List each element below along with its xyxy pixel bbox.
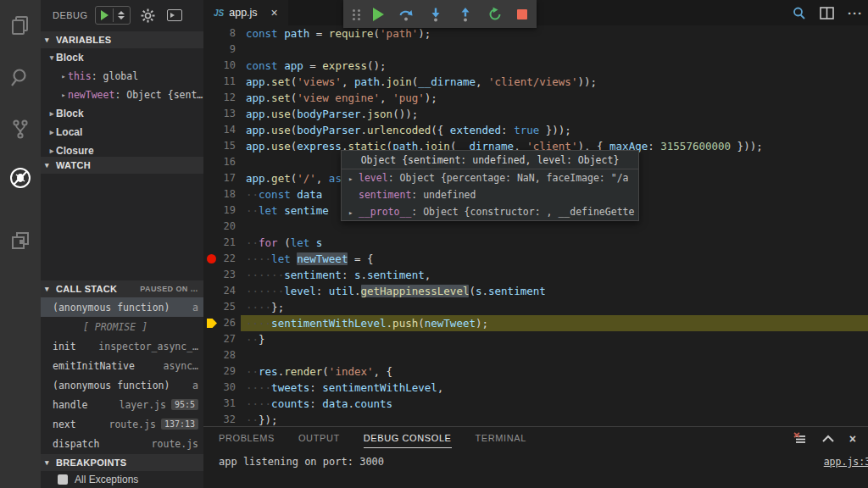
panel-actions: × [793, 432, 856, 446]
code-line-30: 30····tweets: sentimentWithLevel, [203, 380, 868, 396]
code-line-27: 27··} [203, 331, 868, 347]
line-text: ··} [246, 331, 265, 347]
call-stack-frame[interactable]: (anonymous function)a [41, 375, 203, 395]
debug-console-icon[interactable] [167, 9, 182, 21]
frame-source: route.js [108, 419, 155, 430]
call-stack-section-header[interactable]: ▾ CALL STACK PAUSED ON … [41, 280, 203, 297]
files-icon[interactable] [0, 8, 41, 42]
frame-name: next [53, 419, 76, 430]
frame-source: layer.js [120, 399, 166, 411]
twistie-icon: ▾ [45, 36, 49, 44]
frame-source: a [192, 302, 198, 313]
frame-source: route.js [152, 438, 198, 450]
config-dropdown-icon[interactable] [118, 11, 125, 19]
clear-console-icon[interactable] [793, 432, 807, 446]
activity-bar [0, 0, 41, 488]
code-line-22: 22····let newTweet = { [203, 251, 868, 267]
code-line-31: 31····counts: data.counts [203, 396, 868, 412]
panel-tab-problems[interactable]: PROBLEMS [219, 433, 275, 448]
extensions-icon[interactable] [0, 224, 41, 258]
code-line-28: 28 [203, 347, 868, 363]
frame-name: emitInitNative [53, 360, 135, 372]
code-line-32: 32··}); [203, 412, 868, 426]
start-debug-icon[interactable] [101, 10, 108, 20]
line-text: ······level: util.getHappinessLevel(s.se… [246, 283, 546, 299]
variable-row[interactable]: ▾Block [41, 48, 203, 67]
variables-section-header[interactable]: ▾ VARIABLES [41, 31, 203, 48]
step-into-button[interactable] [428, 7, 443, 22]
line-number: 14 [203, 122, 236, 138]
line-text: app.use(bodyParser.urlencoded({ extended… [246, 122, 571, 138]
call-stack-frame[interactable]: (anonymous function)a [41, 297, 203, 317]
step-over-button[interactable] [398, 7, 414, 22]
call-stack-frame[interactable]: handlelayer.js95:5 [41, 395, 203, 414]
line-column-badge: 95:5 [171, 399, 198, 410]
line-text: ····sentimentWithLevel.push(newTweet); [246, 315, 488, 331]
step-out-button[interactable] [458, 7, 473, 22]
code-line-14: 14app.use(bodyParser.urlencoded({ extend… [203, 122, 868, 138]
breakpoint-icon[interactable] [207, 254, 216, 263]
call-stack-frame[interactable]: emitInitNativeasync… [41, 356, 203, 375]
line-number: 27 [203, 331, 236, 347]
code-line-29: 29··res.render('index', { [203, 363, 868, 380]
close-panel-icon[interactable]: × [849, 432, 856, 446]
twistie-icon: ▸ [348, 204, 359, 220]
frame-name: (anonymous function) [53, 380, 170, 391]
call-stack-frame[interactable]: nextroute.js137:13 [41, 414, 203, 434]
twistie-icon: ▸ [47, 147, 56, 155]
line-number: 31 [203, 396, 236, 412]
line-text: const app = express(); [246, 58, 387, 74]
watch-section-header[interactable]: ▾ WATCH [41, 157, 203, 174]
line-text: app.set('view engine', 'pug'); [246, 90, 437, 106]
breakpoint-all-exceptions[interactable]: All Exceptions [41, 471, 203, 488]
source-control-icon[interactable] [0, 112, 41, 146]
line-number: 15 [203, 138, 236, 154]
variable-row[interactable]: ▸Block [41, 104, 203, 123]
line-text: ····counts: data.counts [246, 396, 392, 412]
property-value: : Object {constructor: , __defineGette [411, 206, 634, 218]
panel-tab-debug-console[interactable]: DEBUG CONSOLE [364, 433, 452, 448]
gear-icon[interactable] [141, 8, 155, 23]
line-number: 11 [203, 74, 236, 90]
debug-console-output: app listening on port: 3000 [219, 456, 384, 468]
close-icon[interactable]: × [271, 6, 278, 19]
more-actions-icon[interactable]: ··· [848, 6, 863, 20]
line-text: app.use(bodyParser.json()); [246, 106, 418, 122]
restart-button[interactable] [487, 7, 503, 22]
checkbox[interactable] [58, 474, 68, 485]
find-icon[interactable] [792, 6, 806, 20]
call-stack-frame[interactable]: dispatchroute.js [41, 434, 203, 453]
line-text: ······sentiment: s.sentiment, [246, 267, 431, 283]
tab-appjs[interactable]: JS app.js × [203, 0, 288, 25]
continue-button[interactable] [372, 7, 383, 22]
variable-row[interactable]: ▸Closure [41, 141, 203, 157]
debug-icon[interactable] [0, 161, 41, 195]
scope-label: Block [56, 108, 84, 119]
panel-tab-output[interactable]: OUTPUT [298, 433, 340, 448]
property-name: sentiment [359, 189, 411, 201]
search-icon[interactable] [0, 61, 41, 95]
line-number: 24 [203, 283, 236, 299]
panel-tab-terminal[interactable]: TERMINAL [476, 433, 526, 448]
stop-button[interactable] [517, 7, 528, 22]
drag-handle[interactable] [352, 8, 358, 20]
source-link[interactable]: app.js:37 [824, 456, 868, 468]
scope-label: Block [56, 52, 84, 64]
call-stack-frame[interactable]: [ PROMISE ] [41, 317, 203, 336]
line-number: 21 [203, 235, 236, 251]
tooltip-property-row[interactable]: ▸__proto__: Object {constructor: , __def… [342, 203, 638, 220]
variable-row[interactable]: ▸newTweet: Object {sent… [41, 86, 203, 104]
tooltip-property-row: sentiment: undefined [342, 186, 638, 203]
launch-configuration[interactable] [95, 6, 131, 25]
code-editor[interactable]: 8const path = require('path');910const a… [203, 25, 868, 426]
call-stack-frame[interactable]: initinspector_async_… [41, 336, 203, 356]
breakpoints-section-header[interactable]: ▾ BREAKPOINTS [41, 454, 203, 471]
maximize-panel-icon[interactable] [822, 435, 834, 443]
tooltip-property-row[interactable]: ▸level: Object {percentage: NaN, faceIma… [342, 169, 638, 186]
split-editor-icon[interactable] [820, 7, 834, 19]
variable-row[interactable]: ▸Local [41, 123, 203, 141]
line-number: 10 [203, 58, 236, 74]
variable-row[interactable]: ▸this: global [41, 67, 203, 86]
frame-name: dispatch [53, 438, 99, 450]
line-number: 29 [203, 363, 236, 380]
